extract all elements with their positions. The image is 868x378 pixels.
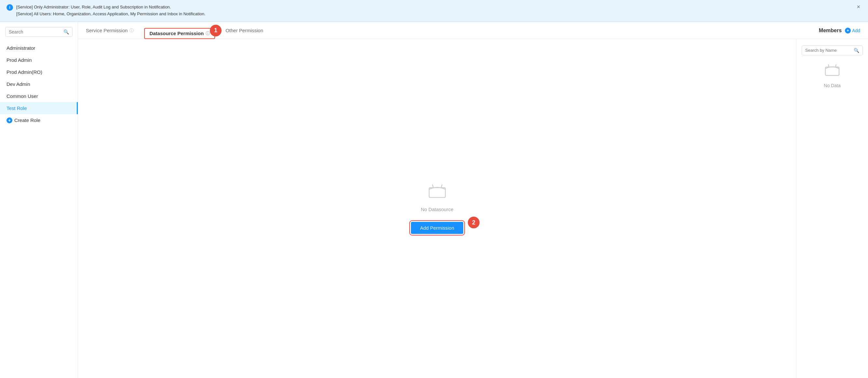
sidebar-item-test-role[interactable]: Test Role bbox=[0, 102, 78, 114]
sidebar-item-label: Dev Admin bbox=[6, 81, 30, 87]
content-area: Service Permission ⓘ Datasource Permissi… bbox=[78, 22, 868, 378]
tab-datasource-permission-label: Datasource Permission bbox=[149, 31, 204, 36]
banner-text: [Service] Only Administrator: User, Role… bbox=[16, 4, 852, 18]
members-empty-icon bbox=[824, 63, 840, 80]
members-section: Members + Add bbox=[819, 28, 860, 39]
banner-line1: [Service] Only Administrator: User, Role… bbox=[16, 5, 171, 9]
search-container: 🔍 bbox=[0, 27, 78, 42]
tab-other-permission[interactable]: Other Permission bbox=[225, 28, 263, 38]
app-container: i [Service] Only Administrator: User, Ro… bbox=[0, 0, 868, 378]
tab-datasource-permission[interactable]: Datasource Permission ⓘ bbox=[144, 28, 215, 39]
main-layout: 🔍 Administrator Prod Admin Prod Admin(RO… bbox=[0, 22, 868, 378]
search-input-wrap[interactable]: 🔍 bbox=[5, 27, 72, 37]
banner-line2: [Service] All Users: Home, Organization,… bbox=[16, 11, 206, 16]
close-banner-button[interactable]: × bbox=[855, 4, 862, 10]
no-datasource-text: No Datasource bbox=[421, 207, 453, 212]
members-search-wrap[interactable]: 🔍 bbox=[802, 45, 863, 55]
members-search-icon: 🔍 bbox=[854, 48, 859, 53]
members-panel: 🔍 No Data bbox=[797, 39, 868, 378]
sidebar-item-label: Common User bbox=[6, 93, 38, 99]
tab-other-permission-label: Other Permission bbox=[225, 28, 263, 33]
members-no-data-text: No Data bbox=[824, 83, 840, 88]
tab-service-permission-label: Service Permission bbox=[86, 28, 127, 33]
tabs-bar: Service Permission ⓘ Datasource Permissi… bbox=[78, 22, 868, 39]
step-badge-1: 1 bbox=[210, 25, 222, 36]
add-plus-icon: + bbox=[845, 28, 851, 33]
service-permission-help-icon[interactable]: ⓘ bbox=[129, 28, 134, 33]
main-panel: No Datasource Add Permission 2 bbox=[78, 39, 797, 378]
search-icon: 🔍 bbox=[63, 29, 69, 34]
sidebar-item-prod-admin-ro[interactable]: Prod Admin(RO) bbox=[0, 66, 78, 78]
create-role-label: Create Role bbox=[14, 118, 40, 123]
sidebar-item-dev-admin[interactable]: Dev Admin bbox=[0, 78, 78, 90]
sidebar-item-label: Test Role bbox=[6, 105, 27, 111]
datasource-permission-help-icon[interactable]: ⓘ bbox=[206, 31, 210, 36]
svg-line-1 bbox=[432, 184, 433, 188]
add-permission-button[interactable]: Add Permission bbox=[411, 222, 463, 234]
add-member-button[interactable]: + Add bbox=[845, 28, 860, 33]
members-title: Members bbox=[819, 28, 842, 33]
sidebar-item-administrator[interactable]: Administrator bbox=[0, 42, 78, 54]
tab-datasource-wrap: Datasource Permission ⓘ 1 bbox=[144, 28, 215, 38]
create-role-button[interactable]: + Create Role bbox=[0, 114, 78, 127]
search-input[interactable] bbox=[9, 29, 61, 34]
create-role-plus-icon: + bbox=[6, 118, 12, 123]
no-datasource-icon bbox=[428, 183, 447, 203]
svg-rect-0 bbox=[429, 188, 445, 197]
sidebar-item-label: Prod Admin bbox=[6, 57, 32, 63]
sidebar: 🔍 Administrator Prod Admin Prod Admin(RO… bbox=[0, 22, 78, 378]
members-search-input[interactable] bbox=[805, 48, 852, 53]
sidebar-item-label: Prod Admin(RO) bbox=[6, 69, 42, 75]
tab-service-permission[interactable]: Service Permission ⓘ bbox=[86, 28, 134, 39]
info-icon: i bbox=[6, 4, 13, 11]
sidebar-item-common-user[interactable]: Common User bbox=[0, 90, 78, 102]
sidebar-item-label: Administrator bbox=[6, 45, 35, 51]
add-permission-wrap: Add Permission 2 bbox=[411, 222, 463, 234]
add-member-label: Add bbox=[852, 28, 860, 33]
info-banner: i [Service] Only Administrator: User, Ro… bbox=[0, 0, 868, 22]
sidebar-item-prod-admin[interactable]: Prod Admin bbox=[0, 54, 78, 66]
svg-line-2 bbox=[441, 184, 442, 188]
step-badge-2: 2 bbox=[468, 217, 479, 228]
svg-rect-3 bbox=[826, 67, 839, 75]
panels-container: No Datasource Add Permission 2 🔍 bbox=[78, 39, 868, 378]
